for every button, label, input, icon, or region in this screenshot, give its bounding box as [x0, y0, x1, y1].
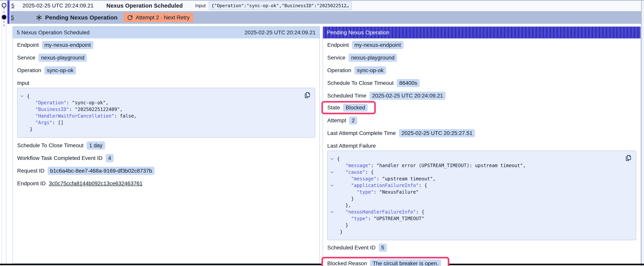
scheduled-fields-top: Endpoint my-nexus-endpoint Service nexus… [17, 40, 315, 75]
blocked-reason-field-row: Blocked Reason The circuit breaker is op… [327, 259, 441, 266]
code-line: "type": "UPSTREAM_TIMEOUT" [330, 215, 631, 222]
field-value-badge: sync-op-ok [354, 66, 386, 75]
pending-fields-mid: Attempt 2 Last Attempt Complete Time 202… [327, 116, 636, 138]
code-line: { [330, 156, 631, 162]
code-line: "applicationFailureInfo": { [330, 182, 631, 189]
detail-field-row: Scheduled Time 2025-02-25 UTC 20:24:09.2… [327, 91, 636, 100]
code-line: { [20, 93, 310, 99]
timeline-event-circle-icon[interactable] [2, 3, 6, 8]
scheduled-card-header: 5 Nexus Operation Scheduled 2025-02-25 U… [13, 27, 320, 39]
pending-operation-detail-card: Pending Nexus Operation Endpoint my-nexu… [322, 26, 641, 266]
content-right-border [641, 0, 642, 266]
state-label: State [327, 105, 340, 111]
collapse-toggle[interactable] [330, 184, 337, 187]
chevron-down-icon[interactable] [330, 158, 334, 160]
field-label: Scheduled Time [327, 93, 366, 99]
failure-section-label: Last Attempt Failure [327, 141, 636, 149]
code-line: "BusinessID": "20250225122409", [20, 106, 310, 113]
input-preview-chip[interactable]: {"Operation":"sync-op-ok","BusinessID":"… [209, 1, 352, 10]
code-line: "type": "NexusFailure" [330, 189, 631, 195]
event-row-nexus-operation-scheduled[interactable]: 5 2025-02-25 UTC 20:24:09.21 Nexus Opera… [10, 1, 641, 11]
field-label: Schedule To Close Timeout [327, 80, 394, 86]
code-line: "HandlerWaitForCancellation": false, [20, 113, 310, 119]
code-line: }, [330, 202, 631, 209]
pending-card-content: Endpoint my-nexus-endpoint Service nexus… [323, 39, 640, 266]
scheduled-event-detail-card: 5 Nexus Operation Scheduled 2025-02-25 U… [12, 26, 320, 264]
detail-field-row: Service nexus-playground [17, 53, 315, 62]
event-title: Nexus Operation Scheduled [106, 3, 183, 9]
scheduled-card-title: 5 Nexus Operation Scheduled [17, 30, 90, 36]
collapse-toggle[interactable] [330, 171, 337, 173]
field-label: Operation [327, 67, 351, 74]
window-top-border [0, 0, 644, 1]
field-label: Endpoint ID [17, 180, 46, 187]
asterisk-icon [36, 14, 42, 21]
selected-event-accent-bar [8, 1, 10, 24]
code-line: "message": "upstream timeout", [330, 175, 631, 182]
field-value-badge: 2025-02-25 UTC 20:24:09.21 [370, 92, 446, 100]
field-label: Scheduled Event ID [327, 244, 376, 251]
field-value-link[interactable]: 3c0c75ccfa8144b092c13ce632463761 [49, 180, 142, 187]
detail-field-row: Operation sync-op-ok [327, 66, 636, 75]
field-value-badge: sync-op-ok [44, 66, 76, 75]
state-value-badge: Blocked [343, 104, 368, 112]
chevron-down-icon[interactable] [330, 211, 334, 213]
event-row-pending-nexus-operation[interactable]: 5 Pending Nexus Operation Attempt 2 · Ne… [10, 11, 641, 24]
collapse-toggle[interactable] [20, 95, 27, 97]
field-label: Endpoint [17, 42, 39, 48]
field-value-badge: nexus-playground [348, 54, 397, 62]
chevron-down-icon[interactable] [330, 171, 334, 173]
scheduled-card-timestamp: 2025-02-25 UTC 20:24:09.21 [244, 30, 316, 36]
timeline-gutter-border [6, 0, 6, 264]
scheduled-event-id-row: Scheduled Event ID 5 [327, 243, 636, 252]
detail-field-row: Operation sync-op-ok [17, 66, 315, 75]
input-preview-label: Input [195, 3, 206, 9]
collapse-toggle[interactable] [330, 211, 337, 213]
field-value-badge: my-nexus-endpoint [42, 41, 93, 49]
field-label: Last Attempt Complete Time [327, 130, 396, 136]
detail-field-row: Workflow Task Completed Event ID 4 [17, 153, 315, 163]
field-value-badge: 2 [349, 116, 357, 125]
field-value-badge: b1c6a4bc-8ee7-468a-9169-df3b02c8737b [48, 167, 154, 175]
code-line: "Operation": "sync-op-ok", [20, 99, 310, 106]
event-id-link[interactable]: 5 [11, 3, 14, 9]
detail-field-row: Endpoint ID 3c0c75ccfa8144b092c13ce63246… [17, 179, 315, 188]
code-line: "Args": [] [20, 119, 310, 126]
scrollbar-gutter[interactable] [642, 0, 644, 266]
code-line: } [20, 126, 310, 133]
timeline-pending-dot-icon[interactable] [2, 15, 6, 19]
chevron-down-icon[interactable] [20, 95, 24, 97]
collapse-toggle[interactable] [330, 158, 337, 160]
pending-fields-top: Endpoint my-nexus-endpoint Service nexus… [327, 40, 636, 100]
retry-icon [127, 15, 133, 21]
detail-field-row: Last Attempt Complete Time 2025-02-25 UT… [327, 129, 636, 138]
code-line: } [330, 228, 631, 235]
input-section-label: Input [17, 78, 315, 86]
field-label: Operation [17, 67, 41, 74]
code-line: "cause": { [330, 169, 631, 175]
failure-json-viewer: { "message": "handler error (UPSTREAM_TI… [327, 151, 636, 240]
pending-event-id-link[interactable]: 5 [11, 15, 14, 21]
code-line: "message": "handler error (UPSTREAM_TIME… [330, 162, 631, 169]
field-value-badge: nexus-playground [38, 54, 87, 62]
pending-event-title: Pending Nexus Operation [45, 14, 118, 21]
window-left-border [2, 0, 2, 266]
field-label: Service [17, 55, 35, 61]
code-line: } [330, 222, 631, 228]
detail-field-row: Service nexus-playground [327, 53, 636, 62]
field-label: Attempt [327, 117, 346, 124]
field-value-badge: 1 day [86, 141, 105, 150]
retry-attempt-badge: Attempt 2 · Next Retry [124, 13, 193, 22]
chevron-down-icon[interactable] [330, 184, 334, 187]
copy-icon[interactable] [304, 91, 311, 99]
code-line: } [330, 195, 631, 202]
copy-icon[interactable] [624, 154, 632, 162]
detail-field-row: Attempt 2 [327, 116, 636, 125]
event-timestamp: 2025-02-25 UTC 20:24:09.21 [22, 3, 94, 9]
pending-card-title: Pending Nexus Operation [327, 30, 390, 36]
detail-field-row: Endpoint my-nexus-endpoint [327, 40, 636, 50]
field-value-badge: 4 [106, 154, 114, 162]
field-value-badge: 5 [379, 243, 387, 252]
scheduled-card-content: Endpoint my-nexus-endpoint Service nexus… [13, 39, 320, 188]
blocked-reason-label: Blocked Reason [327, 260, 367, 266]
